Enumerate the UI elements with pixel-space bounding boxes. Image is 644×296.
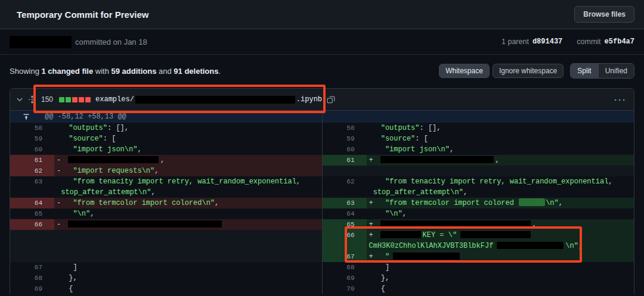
diff-marker: + [369,251,377,262]
split-diff: @@ -58,12 +58,13 @@58 "outputs": [],58 "… [10,111,634,294]
diff-row: 67+ " [10,251,634,262]
line-number[interactable]: 64 [323,208,367,219]
line-number[interactable] [323,241,367,251]
empty-code-cell [54,230,322,241]
line-number[interactable]: 58 [10,123,54,133]
file-path-prefix: examples/ [95,95,134,104]
file-header: 150 examples/.ipynb ··· [10,89,634,111]
diff-row: 68 },69 }, [10,273,634,283]
line-number[interactable] [10,187,54,198]
split-view-button[interactable]: Split [571,64,597,78]
line-number[interactable]: 59 [10,133,54,144]
diffstat-square-del [79,97,84,102]
code-line: { [367,283,634,294]
summary-changed-files: 1 changed file [41,67,93,76]
line-number[interactable]: 63 [323,198,367,208]
file-path-suffix: .ipynb [296,95,322,104]
line-number[interactable]: 65 [10,208,54,219]
line-number[interactable]: 61 [10,155,54,166]
line-number[interactable]: 62 [10,166,54,176]
diff-row: 62- "import requests\n", [10,166,634,176]
code-line: ] [54,262,322,273]
code-line: { [54,283,322,294]
redaction-bar [460,231,531,238]
line-number[interactable]: 65 [323,219,367,230]
changed-lines-count: 150 [41,95,53,104]
diff-row: 66-65+, [10,219,634,230]
line-number[interactable]: 63 [10,176,54,187]
code-line: "\n", [367,208,634,219]
code-line: "outputs": [], [54,123,322,133]
unified-view-button[interactable]: Unified [598,64,634,78]
summary-deletions: 91 deletions [174,67,218,76]
ignore-whitespace-button[interactable]: Ignore whitespace [493,64,564,78]
code-line: "source": [ [54,133,322,144]
line-number[interactable]: 66 [10,219,54,230]
diffstat-square-del [72,97,78,102]
code-line: - "from termcolor import colored\n", [54,198,322,208]
redaction-bar [380,220,531,228]
diff-summary: Showing 1 changed file with 59 additions… [10,67,221,76]
summary-additions: 59 additions [112,67,157,76]
code-line: "source": [ [367,133,634,144]
diffstat-squares [58,97,91,102]
line-number[interactable]: 61 [323,155,367,166]
expand-all-icon[interactable] [28,95,36,104]
expand-hunk-button[interactable] [10,111,42,123]
diffstat-square-add [66,97,71,102]
empty-code-cell [367,166,634,176]
line-number[interactable]: 60 [323,144,367,155]
summary-and: and [156,67,174,76]
line-number[interactable]: 70 [323,283,367,294]
empty-gutter [10,230,54,241]
copy-path-icon[interactable] [327,95,335,104]
whitespace-button[interactable]: Whitespace [439,64,490,78]
line-number[interactable]: 69 [10,283,54,294]
line-number[interactable]: 64 [10,198,54,208]
empty-code-cell [54,251,322,262]
diff-row: CmH3K0zChholKlAhXJVBT3BlbkFJf\n", [10,241,634,251]
author-redaction [10,36,72,48]
diff-marker: + [369,230,377,241]
line-number[interactable]: 67 [323,251,367,262]
commit-title-bar: Temporary Commit for Preview Browse file… [0,0,644,29]
line-number[interactable]: 59 [323,133,367,144]
diff-options-toolbar: Whitespace Ignore whitespace Split Unifi… [439,63,634,79]
redaction-bar [68,156,159,163]
line-number[interactable]: 68 [323,262,367,273]
browse-files-button[interactable]: Browse files [574,6,634,23]
code-line: "from tenacity import retry, wait_random… [367,176,634,187]
commit-sha: e5fb4a7 [605,38,634,46]
code-line: "\n", [54,208,322,219]
code-line: - [54,219,322,230]
diff-row: 61-,61+, [10,155,634,166]
line-number[interactable]: 68 [10,273,54,283]
code-line: "from tenacity import retry, wait_random… [54,176,322,187]
empty-gutter [10,251,54,262]
line-number[interactable] [323,187,367,198]
diff-marker: + [369,219,377,230]
line-number[interactable]: 60 [10,144,54,155]
parent-sha-link[interactable]: d891437 [532,38,562,46]
collapse-file-chevron-icon[interactable] [16,96,23,103]
redaction-bar [380,156,494,163]
file-diff-card: 150 examples/.ipynb ··· @@ -58,12 +58,13… [10,88,634,294]
code-line: -, [54,155,322,166]
code-line: +, [367,155,634,166]
line-number[interactable]: 58 [323,123,367,133]
line-number[interactable]: 62 [323,176,367,187]
line-number[interactable]: 69 [323,273,367,283]
code-line: + " [367,251,634,262]
code-line: stop_after_attempt\n", [54,187,322,198]
diff-row: 63 "from tenacity import retry, wait_ran… [10,176,634,187]
diff-row: 66+KEY = \" [10,230,634,241]
code-line: "import json\n", [367,144,634,155]
empty-gutter [10,241,54,251]
file-menu-kebab-icon[interactable]: ··· [614,95,627,105]
redaction-bar [68,220,222,228]
diff-marker: - [57,219,64,230]
summary-mid: with [93,67,111,76]
line-number[interactable]: 67 [10,262,54,273]
diff-row: 59 "source": [59 "source": [ [10,133,634,144]
line-number[interactable]: 66 [323,230,367,241]
